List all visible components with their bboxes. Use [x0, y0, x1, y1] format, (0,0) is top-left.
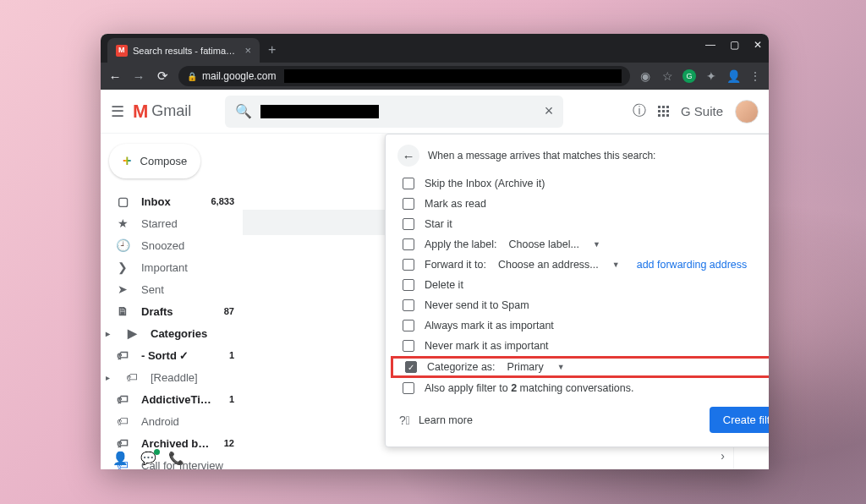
person-icon[interactable]: 👤 [726, 69, 740, 83]
browser-titlebar: Search results - fatima@addictiv × + — ▢… [101, 34, 769, 63]
search-redacted [260, 105, 379, 118]
label-icon: 🏷 [125, 370, 139, 384]
menu-dots-icon[interactable]: ⋮ [748, 69, 762, 83]
expand-icon[interactable]: ▸ [106, 373, 110, 382]
create-filter-button[interactable]: Create filter [710, 407, 769, 433]
filter-footer: ?⃝ Learn more Create filter [386, 398, 769, 436]
label-icon: ▶ [125, 326, 139, 340]
filter-option-label: Always mark it as important [425, 320, 554, 331]
sidebar-item-label: Starred [141, 217, 234, 230]
content-area: ▾ ⚙ Nov 19 Sep 4 1 minute ago Details › … [243, 134, 733, 469]
forward-icon[interactable]: → [131, 69, 146, 84]
reload-icon[interactable]: ⟳ [155, 68, 170, 84]
filter-option-row: Always mark it as important [386, 315, 769, 336]
plus-icon: + [123, 152, 132, 170]
checkbox[interactable] [403, 198, 414, 210]
filter-option-label: Mark as read [425, 198, 486, 210]
back-icon[interactable]: ← [107, 69, 123, 84]
sidebar-item-starred[interactable]: ★Starred [101, 212, 243, 234]
gmail-logo[interactable]: M Gmail [133, 101, 191, 123]
help-circle-icon[interactable]: ?⃝ [399, 414, 410, 427]
checkbox[interactable] [403, 238, 414, 250]
new-tab-button[interactable]: + [260, 37, 284, 63]
checkbox[interactable] [403, 340, 414, 352]
sidebar-item-label: Categories [151, 327, 234, 340]
sidebar-item-sortd[interactable]: 🏷- Sortd ✓1 [101, 344, 243, 366]
checkbox[interactable] [403, 299, 414, 311]
maximize-icon[interactable]: ▢ [728, 39, 740, 51]
filter-header-text: When a message arrives that matches this… [428, 150, 655, 162]
back-button-icon[interactable]: ← [397, 145, 419, 167]
filter-option-row: Apply the label:Choose label...▼ [386, 234, 769, 255]
puzzle-icon[interactable]: ✦ [704, 69, 718, 83]
filter-option-label: Delete it [425, 279, 463, 291]
clear-search-icon[interactable]: × [545, 102, 554, 120]
sidebar-item-label: Drafts [141, 305, 212, 318]
lock-icon: 🔒 [187, 72, 197, 81]
sidebar-item-addictivetips-wi[interactable]: 🏷AddictiveTips: Wi...1 [101, 388, 243, 410]
filter-option-label: Never send it to Spam [425, 299, 529, 311]
close-tab-icon[interactable]: × [244, 44, 251, 57]
filter-option-label: Never mark it as important [425, 340, 549, 352]
contacts-icon[interactable]: 👤 [112, 451, 129, 466]
star-icon[interactable]: ☆ [660, 69, 674, 83]
filter-option-label: Forward it to: [425, 259, 486, 271]
label-icon: 🗎 [116, 304, 129, 318]
checkbox[interactable] [403, 279, 414, 291]
label-icon: 🏷 [116, 392, 129, 406]
sidebar-item-snoozed[interactable]: 🕘Snoozed [101, 234, 243, 256]
phone-icon[interactable]: 📞 [168, 451, 184, 466]
sidebar-item-label: [Readdle] [151, 371, 234, 384]
sidebar-footer: 👤 💬 📞 [112, 451, 184, 466]
browser-urlbar: ← → ⟳ 🔒 mail.google.com ◉ ☆ G ✦ 👤 ⋮ [101, 63, 769, 90]
filter-popup: ← When a message arrives that matches th… [385, 134, 769, 447]
filter-select[interactable]: Choose label... [508, 238, 578, 250]
forwarding-link[interactable]: add forwarding address [637, 259, 748, 271]
checkbox[interactable] [403, 259, 414, 271]
url-text: mail.google.com [202, 70, 276, 82]
label-icon: 🏷 [116, 436, 129, 450]
caret-down-icon[interactable]: ▼ [593, 240, 600, 249]
sidebar-item-drafts[interactable]: 🗎Drafts87 [101, 300, 243, 322]
search-bar[interactable]: 🔍 × [225, 96, 563, 128]
hangouts-icon[interactable]: 💬 [140, 451, 156, 466]
minimize-icon[interactable]: — [704, 39, 716, 51]
caret-down-icon[interactable]: ▼ [557, 363, 565, 371]
browser-tab[interactable]: Search results - fatima@addictiv × [107, 38, 260, 63]
sidebar-item-sent[interactable]: ➤Sent [101, 278, 243, 300]
checkbox[interactable] [403, 178, 414, 189]
main-menu-icon[interactable]: ☰ [111, 102, 124, 121]
sidebar-item-categories[interactable]: ▸▶Categories [101, 322, 243, 344]
sidebar-item-inbox[interactable]: ▢Inbox6,833 [101, 190, 243, 212]
url-field[interactable]: 🔒 mail.google.com [178, 66, 630, 86]
filter-select[interactable]: Primary [507, 361, 544, 373]
apps-grid-icon[interactable] [658, 106, 669, 117]
eye-icon[interactable]: ◉ [639, 69, 652, 83]
sidebar-item-label: Important [141, 261, 234, 274]
learn-more-link[interactable]: Learn more [419, 414, 473, 426]
next-page-icon[interactable]: › [721, 449, 725, 463]
sidebar-item-label: AddictiveTips: Wi... [141, 393, 217, 406]
gsuite-label: G Suite [681, 104, 723, 118]
checkbox[interactable] [403, 382, 414, 394]
filter-select[interactable]: Choose an address... [498, 259, 599, 271]
sidebar-item-label: Archived by Mail... [141, 437, 212, 450]
checkbox[interactable] [403, 218, 414, 230]
filter-option-row: Star it [386, 214, 769, 234]
checkbox[interactable] [403, 320, 414, 331]
caret-down-icon[interactable]: ▼ [612, 260, 620, 269]
close-window-icon[interactable]: ✕ [752, 39, 764, 51]
window-controls: — ▢ ✕ [704, 39, 764, 51]
search-icon: 🔍 [235, 103, 252, 119]
sidebar-item-readdle[interactable]: ▸🏷[Readdle] [101, 366, 243, 388]
sidebar-item-android[interactable]: 🏷Android [101, 410, 243, 432]
help-icon[interactable]: ⓘ [633, 102, 646, 120]
compose-button[interactable]: + Compose [109, 144, 200, 178]
filter-option-row: Also apply filter to 2 matching conversa… [386, 378, 769, 398]
expand-icon[interactable]: ▸ [106, 329, 110, 338]
checkbox[interactable] [405, 361, 417, 373]
sidebar-item-important[interactable]: ❯Important [101, 256, 243, 278]
avatar[interactable] [735, 100, 759, 123]
extension-green-icon[interactable]: G [682, 69, 696, 83]
extension-icons: ◉ ☆ G ✦ 👤 ⋮ [639, 69, 762, 83]
